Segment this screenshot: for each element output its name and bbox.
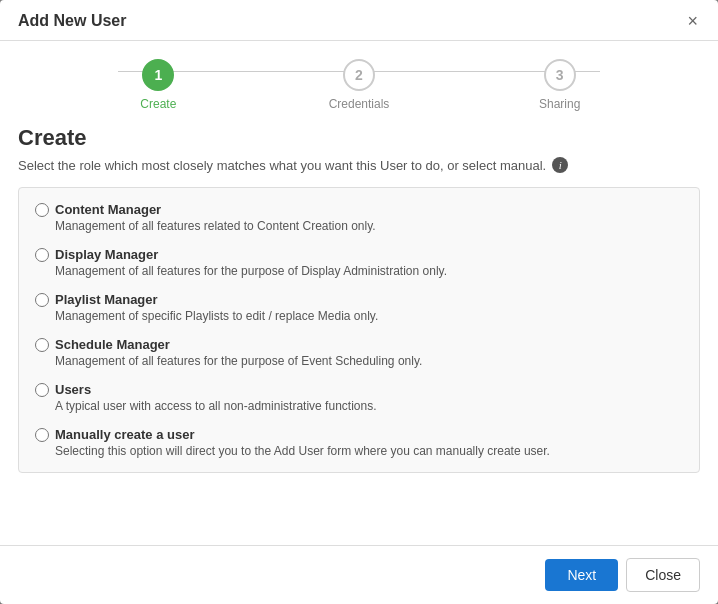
step-label-credentials: Credentials bbox=[329, 97, 390, 111]
option-desc-playlist-manager: Management of specific Playlists to edit… bbox=[55, 309, 683, 323]
list-item: Content Manager Management of all featur… bbox=[35, 202, 683, 233]
list-item: Playlist Manager Management of specific … bbox=[35, 292, 683, 323]
modal-close-icon[interactable]: × bbox=[685, 12, 700, 30]
list-item: Schedule Manager Management of all featu… bbox=[35, 337, 683, 368]
list-item: Display Manager Management of all featur… bbox=[35, 247, 683, 278]
step-circle-2: 2 bbox=[343, 59, 375, 91]
option-label-users[interactable]: Users bbox=[35, 382, 683, 397]
option-desc-users: A typical user with access to all non-ad… bbox=[55, 399, 683, 413]
option-label-playlist-manager[interactable]: Playlist Manager bbox=[35, 292, 683, 307]
role-options-box: Content Manager Management of all featur… bbox=[18, 187, 700, 473]
add-new-user-modal: Add New User × 1 Create 2 Credentials 3 bbox=[0, 0, 718, 604]
step-credentials: 2 Credentials bbox=[259, 59, 460, 111]
option-radio-manual[interactable] bbox=[35, 428, 49, 442]
step-create: 1 Create bbox=[58, 59, 259, 111]
modal-header: Add New User × bbox=[0, 0, 718, 41]
option-label-display-manager[interactable]: Display Manager bbox=[35, 247, 683, 262]
list-item: Manually create a user Selecting this op… bbox=[35, 427, 683, 458]
close-button[interactable]: Close bbox=[626, 558, 700, 592]
stepper: 1 Create 2 Credentials 3 Sharing bbox=[18, 41, 700, 121]
modal-body: 1 Create 2 Credentials 3 Sharing Create … bbox=[0, 41, 718, 545]
option-desc-display-manager: Management of all features for the purpo… bbox=[55, 264, 683, 278]
modal-title: Add New User bbox=[18, 12, 126, 30]
option-radio-users[interactable] bbox=[35, 383, 49, 397]
option-radio-schedule-manager[interactable] bbox=[35, 338, 49, 352]
option-label-manual[interactable]: Manually create a user bbox=[35, 427, 683, 442]
option-label-content-manager[interactable]: Content Manager bbox=[35, 202, 683, 217]
option-desc-schedule-manager: Management of all features for the purpo… bbox=[55, 354, 683, 368]
section-title: Create bbox=[18, 125, 700, 151]
list-item: Users A typical user with access to all … bbox=[35, 382, 683, 413]
info-icon[interactable]: i bbox=[552, 157, 568, 173]
step-circle-1: 1 bbox=[142, 59, 174, 91]
option-desc-manual: Selecting this option will direct you to… bbox=[55, 444, 683, 458]
next-button[interactable]: Next bbox=[545, 559, 618, 591]
step-sharing: 3 Sharing bbox=[459, 59, 660, 111]
step-label-create: Create bbox=[140, 97, 176, 111]
modal-footer: Next Close bbox=[0, 545, 718, 604]
option-radio-content-manager[interactable] bbox=[35, 203, 49, 217]
section-description: Select the role which most closely match… bbox=[18, 157, 700, 173]
step-circle-3: 3 bbox=[544, 59, 576, 91]
option-radio-playlist-manager[interactable] bbox=[35, 293, 49, 307]
option-label-schedule-manager[interactable]: Schedule Manager bbox=[35, 337, 683, 352]
option-radio-display-manager[interactable] bbox=[35, 248, 49, 262]
step-label-sharing: Sharing bbox=[539, 97, 580, 111]
option-desc-content-manager: Management of all features related to Co… bbox=[55, 219, 683, 233]
